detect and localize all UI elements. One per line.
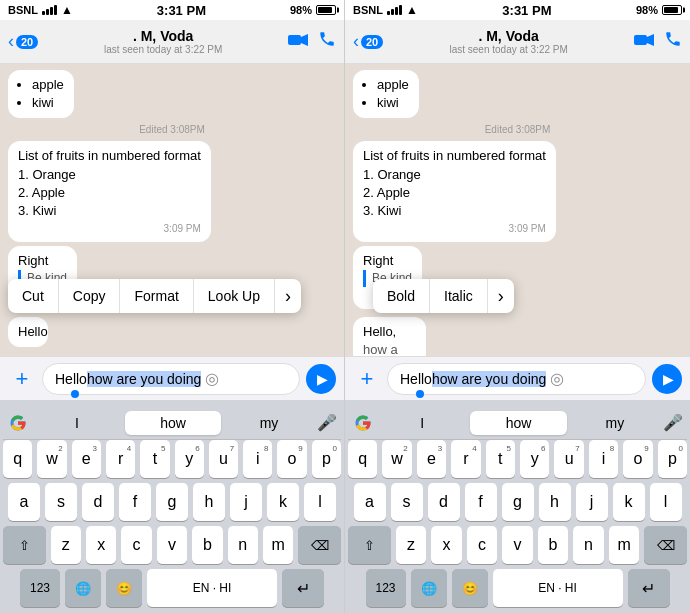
add-button-right[interactable]: +	[353, 366, 381, 392]
key-a-left[interactable]: a	[8, 483, 40, 521]
text-input-right[interactable]: Hello how are you doing ◎	[387, 363, 646, 395]
copy-item-left[interactable]: Copy	[59, 279, 121, 313]
video-call-icon-right[interactable]	[634, 31, 654, 52]
send-button-right[interactable]: ▶	[652, 364, 682, 394]
key-d-right[interactable]: d	[428, 483, 460, 521]
pred-how-left[interactable]: how	[125, 411, 221, 435]
key-n-left[interactable]: n	[228, 526, 258, 564]
key-j-left[interactable]: j	[230, 483, 262, 521]
key-e-right[interactable]: e3	[417, 440, 446, 478]
key-t-left[interactable]: t5	[140, 440, 169, 478]
key-emoji-right[interactable]: 😊	[452, 569, 488, 607]
key-g-right[interactable]: g	[502, 483, 534, 521]
key-123-left[interactable]: 123	[20, 569, 60, 607]
key-j-right[interactable]: j	[576, 483, 608, 521]
pred-i-right[interactable]: I	[374, 411, 470, 435]
key-p-right[interactable]: p0	[658, 440, 687, 478]
key-o-right[interactable]: o9	[623, 440, 652, 478]
phone-call-icon-right[interactable]	[664, 30, 682, 53]
key-s-right[interactable]: s	[391, 483, 423, 521]
key-m-right[interactable]: m	[609, 526, 640, 564]
key-return-left[interactable]: ↵	[282, 569, 324, 607]
key-o-left[interactable]: o9	[277, 440, 306, 478]
key-b-left[interactable]: b	[192, 526, 222, 564]
key-h-left[interactable]: h	[193, 483, 225, 521]
more-item-left[interactable]: ›	[275, 279, 301, 313]
send-button-left[interactable]: ▶	[306, 364, 336, 394]
key-shift-left[interactable]: ⇧	[3, 526, 46, 564]
key-y-left[interactable]: y6	[175, 440, 204, 478]
key-delete-right[interactable]: ⌫	[644, 526, 687, 564]
key-space-right[interactable]: EN · HI	[493, 569, 623, 607]
key-h-right[interactable]: h	[539, 483, 571, 521]
key-f-right[interactable]: f	[465, 483, 497, 521]
key-q-left[interactable]: q	[3, 440, 32, 478]
key-l-left[interactable]: l	[304, 483, 336, 521]
key-z-right[interactable]: z	[396, 526, 427, 564]
key-u-left[interactable]: u7	[209, 440, 238, 478]
pred-i-left[interactable]: I	[29, 411, 125, 435]
key-c-right[interactable]: c	[467, 526, 498, 564]
key-globe-right[interactable]: 🌐	[411, 569, 447, 607]
key-w-right[interactable]: w2	[382, 440, 411, 478]
key-r-right[interactable]: r4	[451, 440, 480, 478]
key-q-right[interactable]: q	[348, 440, 377, 478]
pred-my-right[interactable]: my	[567, 411, 663, 435]
key-b-right[interactable]: b	[538, 526, 569, 564]
key-e-left[interactable]: e3	[72, 440, 101, 478]
lookup-item-left[interactable]: Look Up	[194, 279, 275, 313]
input-extra-icon-right[interactable]: ◎	[550, 369, 564, 388]
back-button-left[interactable]: ‹ 20	[8, 31, 38, 52]
key-u-right[interactable]: u7	[554, 440, 583, 478]
key-s-left[interactable]: s	[45, 483, 77, 521]
key-delete-left[interactable]: ⌫	[298, 526, 341, 564]
key-m-left[interactable]: m	[263, 526, 293, 564]
edited-label-left: Edited 3:08PM	[8, 124, 336, 135]
input-extra-icon-left[interactable]: ◎	[205, 369, 219, 388]
key-x-right[interactable]: x	[431, 526, 462, 564]
key-k-left[interactable]: k	[267, 483, 299, 521]
key-y-right[interactable]: y6	[520, 440, 549, 478]
italic-item-right[interactable]: Italic	[430, 279, 488, 313]
key-globe-left[interactable]: 🌐	[65, 569, 101, 607]
key-g-left[interactable]: g	[156, 483, 188, 521]
input-bar-left: + Hello how are you doing ◎ ▶	[0, 356, 344, 400]
hello-text-left: Hello	[18, 324, 48, 339]
key-z-left[interactable]: z	[51, 526, 81, 564]
key-f-left[interactable]: f	[119, 483, 151, 521]
bold-item-right[interactable]: Bold	[373, 279, 430, 313]
key-c-left[interactable]: c	[121, 526, 151, 564]
key-v-left[interactable]: v	[157, 526, 187, 564]
phone-call-icon-left[interactable]	[318, 30, 336, 53]
format-item-left[interactable]: Format	[120, 279, 193, 313]
key-w-left[interactable]: w2	[37, 440, 66, 478]
key-r-left[interactable]: r4	[106, 440, 135, 478]
key-123-right[interactable]: 123	[366, 569, 406, 607]
mic-icon-left[interactable]: 🎤	[317, 413, 337, 432]
pred-my-left[interactable]: my	[221, 411, 317, 435]
key-k-right[interactable]: k	[613, 483, 645, 521]
video-call-icon-left[interactable]	[288, 31, 308, 52]
pred-how-right[interactable]: how	[470, 411, 566, 435]
more-item-right[interactable]: ›	[488, 279, 514, 313]
key-return-right[interactable]: ↵	[628, 569, 670, 607]
key-i-right[interactable]: i8	[589, 440, 618, 478]
add-button-left[interactable]: +	[8, 366, 36, 392]
key-p-left[interactable]: p0	[312, 440, 341, 478]
key-t-right[interactable]: t5	[486, 440, 515, 478]
back-button-right[interactable]: ‹ 20	[353, 31, 383, 52]
key-emoji-left[interactable]: 😊	[106, 569, 142, 607]
key-v-right[interactable]: v	[502, 526, 533, 564]
key-d-left[interactable]: d	[82, 483, 114, 521]
text-input-left[interactable]: Hello how are you doing ◎	[42, 363, 300, 395]
key-n-right[interactable]: n	[573, 526, 604, 564]
mic-icon-right[interactable]: 🎤	[663, 413, 683, 432]
key-a-right[interactable]: a	[354, 483, 386, 521]
key-l-right[interactable]: l	[650, 483, 682, 521]
key-x-left[interactable]: x	[86, 526, 116, 564]
keyboard-right: I how my 🎤 q w2 e3 r4 t5 y6 u7 i8 o9 p0 …	[345, 400, 690, 613]
key-shift-right[interactable]: ⇧	[348, 526, 391, 564]
cut-item-left[interactable]: Cut	[8, 279, 59, 313]
key-space-left[interactable]: EN · HI	[147, 569, 277, 607]
key-i-left[interactable]: i8	[243, 440, 272, 478]
